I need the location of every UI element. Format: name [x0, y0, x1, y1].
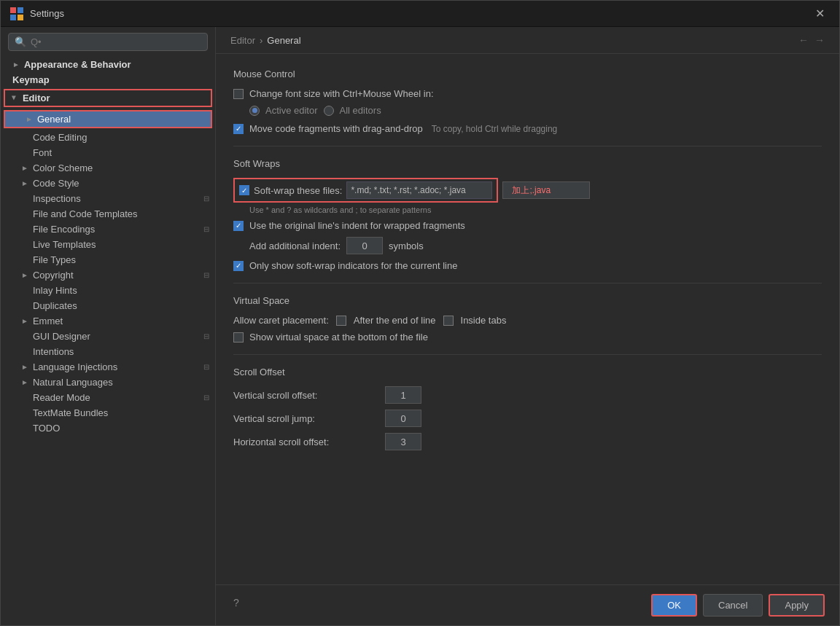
file-patterns-input[interactable]: [346, 181, 492, 199]
scroll-offset-section: Scroll Offset Vertical scroll offset: Ve…: [233, 367, 822, 450]
arrow-icon: ►: [21, 363, 28, 371]
sidebar-item-file-types[interactable]: File Types: [1, 252, 215, 267]
inside-tabs-checkbox[interactable]: [443, 316, 454, 326]
soft-wraps-section: Soft Wraps Soft-wrap these files: 加上;.ja…: [233, 158, 822, 271]
move-code-checkbox[interactable]: [233, 124, 244, 134]
sidebar-item-label: Appearance & Behavior: [24, 59, 131, 70]
back-button[interactable]: ←: [798, 34, 809, 46]
arrow-icon: ►: [10, 95, 18, 102]
sidebar-item-inlay-hints[interactable]: Inlay Hints: [1, 283, 215, 298]
cancel-button[interactable]: Cancel: [703, 594, 763, 617]
vertical-offset-label: Vertical scroll offset:: [233, 390, 379, 401]
arrow-icon: ►: [21, 378, 28, 386]
indent-value-input[interactable]: [346, 237, 383, 254]
sidebar-item-language-injections[interactable]: ► Language Injections ⊟: [1, 359, 215, 375]
sidebar-item-appearance[interactable]: ► Appearance & Behavior: [1, 57, 215, 72]
after-end-label: After the end of line: [354, 315, 436, 326]
search-input[interactable]: [31, 36, 201, 47]
sidebar-item-label: Editor: [23, 93, 50, 103]
use-original-indent-row: Use the original line's indent for wrapp…: [233, 220, 822, 231]
move-code-label: Move code fragments with drag-and-drop: [249, 123, 423, 134]
sidebar-item-label: Live Templates: [33, 239, 96, 250]
sidebar-item-label: File and Code Templates: [33, 208, 138, 219]
sidebar-item-live-templates[interactable]: Live Templates: [1, 237, 215, 252]
main-panel: Editor › General ← → Mouse Control Chang…: [216, 27, 839, 625]
sidebar-item-inspections[interactable]: Inspections ⊟: [1, 191, 215, 206]
sidebar-item-font[interactable]: Font: [1, 145, 215, 160]
sidebar-item-editor[interactable]: ► Editor: [5, 90, 211, 106]
vertical-jump-input[interactable]: [385, 410, 421, 427]
help-icon[interactable]: ?: [230, 594, 242, 617]
all-editors-radio[interactable]: [324, 106, 334, 116]
inside-tabs-label: Inside tabs: [461, 315, 507, 326]
sidebar-item-natural-languages[interactable]: ► Natural Languages: [1, 375, 215, 390]
main-content: 🔍 ► Appearance & Behavior Keymap ► Edito…: [1, 27, 839, 625]
caret-row: Allow caret placement: After the end of …: [233, 315, 822, 326]
active-editor-label: Active editor: [265, 105, 318, 116]
caret-label: Allow caret placement:: [233, 315, 329, 326]
search-box[interactable]: 🔍: [8, 33, 208, 51]
sidebar-item-general[interactable]: ► General: [5, 111, 211, 127]
pin-icon: ⊟: [203, 332, 209, 340]
add-indent-label: Add additional indent:: [249, 240, 341, 251]
svg-rect-3: [18, 15, 23, 20]
change-font-checkbox[interactable]: [233, 89, 244, 99]
change-font-label: Change font size with Ctrl+Mouse Wheel i…: [249, 88, 434, 99]
arrow-icon: ►: [21, 317, 28, 325]
nav-arrows: ← →: [798, 34, 825, 46]
sidebar-item-file-encodings[interactable]: File Encodings ⊟: [1, 222, 215, 237]
pin-icon: ⊟: [203, 394, 209, 402]
forward-button[interactable]: →: [814, 34, 825, 46]
bottom-bar: ? OK Cancel Apply: [216, 584, 839, 625]
sidebar-item-copyright[interactable]: ► Copyright ⊟: [1, 267, 215, 283]
sidebar-item-label: Inspections: [33, 193, 81, 204]
sidebar-item-gui-designer[interactable]: GUI Designer ⊟: [1, 329, 215, 344]
titlebar: Settings ✕: [1, 1, 839, 27]
search-icon: 🔍: [15, 36, 26, 47]
sidebar-item-file-code-templates[interactable]: File and Code Templates: [1, 206, 215, 222]
change-font-row: Change font size with Ctrl+Mouse Wheel i…: [233, 88, 822, 99]
vertical-jump-label: Vertical scroll jump:: [233, 413, 379, 424]
only-show-indicators-row: Only show soft-wrap indicators for the c…: [233, 260, 822, 271]
sidebar-item-color-scheme[interactable]: ► Color Scheme: [1, 160, 215, 176]
sidebar-item-label: TODO: [33, 423, 60, 434]
sidebar: 🔍 ► Appearance & Behavior Keymap ► Edito…: [1, 27, 216, 625]
sidebar-item-label: Code Style: [33, 178, 79, 189]
show-virtual-space-row: Show virtual space at the bottom of the …: [233, 332, 822, 343]
soft-wraps-title: Soft Wraps: [233, 158, 822, 169]
breadcrumb-parent: Editor: [230, 35, 255, 46]
ok-button[interactable]: OK: [651, 594, 697, 617]
close-button[interactable]: ✕: [809, 4, 831, 23]
sidebar-item-intentions[interactable]: Intentions: [1, 344, 215, 359]
use-original-indent-checkbox[interactable]: [233, 221, 244, 231]
scroll-offset-title: Scroll Offset: [233, 367, 822, 377]
svg-rect-1: [18, 7, 23, 13]
pin-icon: ⊟: [203, 225, 209, 233]
sidebar-item-duplicates[interactable]: Duplicates: [1, 298, 215, 313]
use-original-indent-label: Use the original line's indent for wrapp…: [249, 220, 465, 231]
sidebar-item-label: Duplicates: [33, 300, 77, 311]
sidebar-item-code-editing[interactable]: Code Editing: [1, 130, 215, 145]
arrow-icon: ►: [21, 164, 28, 172]
after-end-checkbox[interactable]: [336, 316, 346, 326]
apply-button[interactable]: Apply: [769, 594, 825, 617]
show-virtual-space-checkbox[interactable]: [233, 332, 244, 343]
horizontal-offset-input[interactable]: [385, 433, 421, 450]
only-show-indicators-checkbox[interactable]: [233, 261, 244, 271]
app-icon: [9, 7, 24, 21]
sidebar-item-code-style[interactable]: ► Code Style: [1, 176, 215, 191]
java-annotation-box: 加上;.java: [502, 181, 590, 199]
vertical-offset-row: Vertical scroll offset:: [233, 386, 822, 404]
sidebar-item-label: Keymap: [12, 74, 50, 85]
sidebar-item-textmate-bundles[interactable]: TextMate Bundles: [1, 405, 215, 420]
sidebar-item-keymap[interactable]: Keymap: [1, 72, 215, 87]
vertical-offset-input[interactable]: [385, 386, 421, 404]
soft-wrap-checkbox[interactable]: [239, 185, 249, 195]
sidebar-item-emmet[interactable]: ► Emmet: [1, 313, 215, 329]
sidebar-item-todo[interactable]: TODO: [1, 420, 215, 436]
sidebar-item-reader-mode[interactable]: Reader Mode ⊟: [1, 390, 215, 405]
active-editor-radio[interactable]: [249, 106, 260, 116]
sidebar-item-label: GUI Designer: [33, 331, 90, 342]
soft-wrap-label: Soft-wrap these files:: [254, 185, 342, 196]
svg-rect-0: [10, 7, 16, 13]
